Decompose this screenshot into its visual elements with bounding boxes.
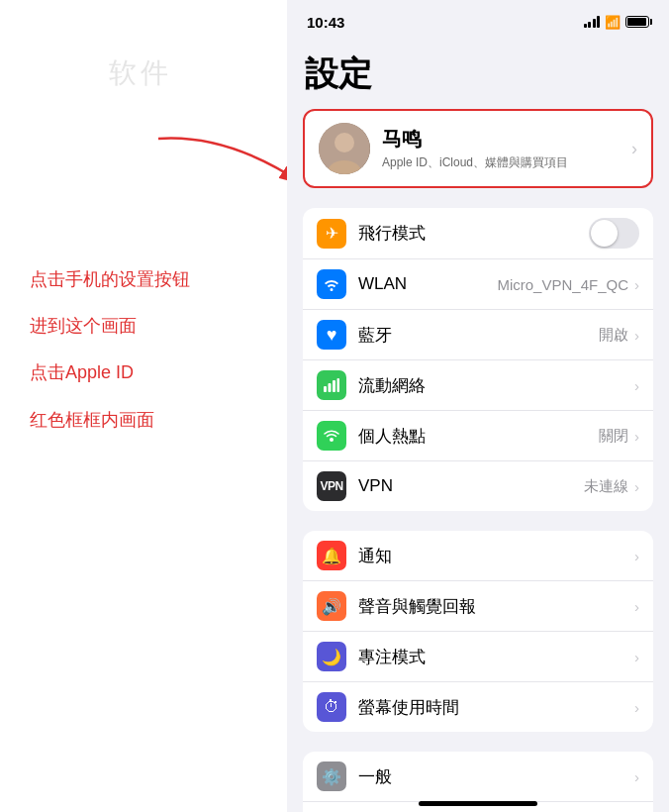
airplane-mode-row[interactable]: ✈ 飛行模式 [303,208,653,259]
airplane-toggle[interactable] [589,218,639,249]
annotation-panel: 软件 点击手机的设置按钮 进到这个画面 点击Apple ID 红色框框内画面 [0,0,287,812]
notifications-row[interactable]: 🔔 通知 › [303,531,653,581]
sound-row[interactable]: 🔊 聲音與觸覺回報 › [303,581,653,632]
airplane-icon: ✈ [317,219,346,249]
sound-label: 聲音與觸覺回報 [358,595,634,618]
apple-id-chevron: › [631,139,637,159]
cellular-chevron: › [634,377,639,394]
sound-icon: 🔊 [317,591,346,621]
airplane-mode-label: 飛行模式 [358,222,589,245]
svg-rect-6 [333,380,335,392]
wlan-label: WLAN [358,274,497,294]
svg-point-8 [330,438,334,442]
focus-icon: 🌙 [317,642,346,671]
apple-id-subtitle: Apple ID、iCloud、媒體與購買項目 [382,154,623,171]
sound-chevron: › [634,598,639,615]
status-bar: 10:43 📶 [287,0,669,44]
bluetooth-chevron: › [634,327,639,344]
vpn-row[interactable]: VPN VPN 未連線 › [303,461,653,511]
apple-id-card[interactable]: 马鸣 Apple ID、iCloud、媒體與購買項目 › [303,109,653,188]
svg-rect-4 [324,386,327,392]
screentime-label: 螢幕使用時間 [358,696,634,719]
phone-screen: 10:43 📶 設定 马鸣 Apple ID、iCl [287,0,669,812]
svg-rect-5 [329,383,332,392]
hotspot-icon [317,421,346,451]
signal-icon [584,16,601,28]
cellular-row[interactable]: 流動網絡 › [303,360,653,411]
focus-label: 專注模式 [358,646,634,668]
hotspot-label: 個人熱點 [358,425,599,448]
arrow-indicator [148,129,307,198]
annotation-3: 点击Apple ID [30,360,190,385]
bluetooth-icon: ♥ [317,320,346,350]
hotspot-value: 關閉 [599,427,628,446]
bluetooth-value: 開啟 [599,326,628,345]
apple-id-name: 马鸣 [382,126,623,152]
home-indicator [419,801,537,806]
general-row[interactable]: ⚙️ 一般 › [303,752,653,802]
annotation-2: 进到这个画面 [30,314,190,339]
notifications-chevron: › [634,548,639,564]
wlan-value: Micro_VPN_4F_QC [497,276,628,293]
svg-point-2 [334,133,354,152]
settings-group-connectivity: ✈ 飛行模式 WLAN Micro_VPN_4F_QC › ♥ 藍牙 開啟 › [303,208,653,511]
annotation-list: 点击手机的设置按钮 进到这个画面 点击Apple ID 红色框框内画面 [30,267,190,455]
status-time: 10:43 [307,14,344,31]
avatar [319,123,370,174]
vpn-value: 未連線 [584,477,628,496]
cellular-label: 流動網絡 [358,374,634,397]
focus-chevron: › [634,649,639,665]
vpn-chevron: › [634,478,639,495]
wlan-row[interactable]: WLAN Micro_VPN_4F_QC › [303,259,653,310]
notifications-icon: 🔔 [317,541,346,570]
bluetooth-row[interactable]: ♥ 藍牙 開啟 › [303,310,653,360]
status-icons: 📶 [584,15,650,30]
settings-group-notifications: 🔔 通知 › 🔊 聲音與觸覺回報 › 🌙 專注模式 › ⏱ 螢幕使用時間 › [303,531,653,732]
annotation-1: 点击手机的设置按钮 [30,267,190,292]
vpn-label: VPN [358,476,584,496]
svg-rect-7 [337,378,340,392]
apple-id-info: 马鸣 Apple ID、iCloud、媒體與購買項目 [382,126,623,171]
wifi-icon [317,269,346,299]
hotspot-chevron: › [634,428,639,445]
general-icon: ⚙️ [317,761,346,791]
hotspot-row[interactable]: 個人熱點 關閉 › [303,411,653,461]
battery-icon [625,16,649,28]
annotation-4: 红色框框内画面 [30,408,190,433]
cellular-icon [317,370,346,400]
general-label: 一般 [358,765,634,788]
general-chevron: › [634,768,639,785]
screentime-row[interactable]: ⏱ 螢幕使用時間 › [303,682,653,732]
wlan-chevron: › [634,276,639,293]
focus-row[interactable]: 🌙 專注模式 › [303,632,653,682]
bluetooth-label: 藍牙 [358,324,599,347]
page-title: 設定 [287,44,669,109]
screentime-chevron: › [634,699,639,716]
vpn-icon: VPN [317,471,346,501]
watermark: 软件 [109,54,172,92]
wifi-status-icon: 📶 [605,15,621,30]
notifications-label: 通知 [358,545,634,567]
screentime-icon: ⏱ [317,692,346,722]
